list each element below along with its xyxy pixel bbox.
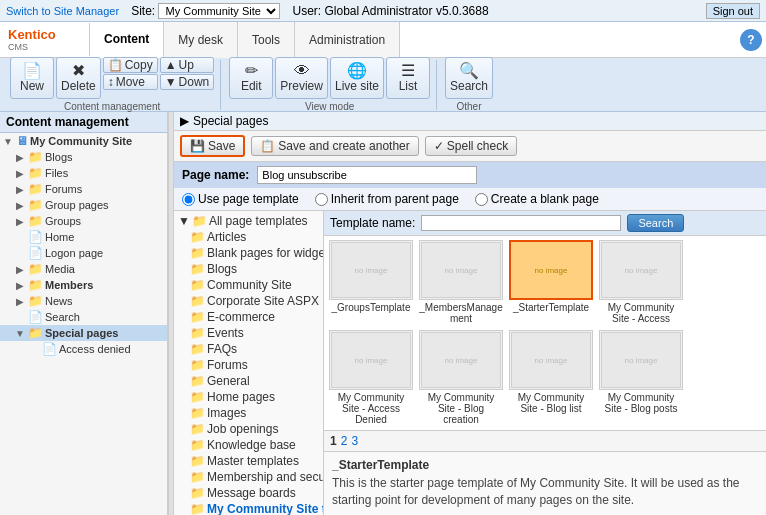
use-template-option[interactable]: Use page template	[182, 192, 299, 206]
tmpl-tree-knowledge-base[interactable]: 📁 Knowledge base	[176, 437, 321, 453]
tree-toggle-group-pages[interactable]: ▶	[14, 199, 26, 211]
template-thumb-blog-creation[interactable]: no image My Community Site - Blog creati…	[418, 330, 504, 425]
tmpl-tree-membership[interactable]: 📁 Membership and security	[176, 469, 321, 485]
tmpl-toggle-all: ▼	[178, 214, 190, 228]
spell-check-button[interactable]: ✓ Spell check	[425, 136, 517, 156]
tree-toggle-forums[interactable]: ▶	[14, 183, 26, 195]
save-create-icon: 📋	[260, 139, 275, 153]
help-button[interactable]: ?	[740, 29, 762, 51]
sidebar-item-search[interactable]: 📄 Search	[0, 309, 167, 325]
tmpl-label-job-openings: Job openings	[207, 422, 278, 436]
page-link-2[interactable]: 2	[341, 434, 348, 448]
edit-toolbar: 💾 Save 📋 Save and create another ✓ Spell…	[174, 131, 766, 162]
sidebar-item-logon-page[interactable]: 📄 Logon page	[0, 245, 167, 261]
sidebar-item-news[interactable]: ▶ 📁 News	[0, 293, 167, 309]
delete-icon: ✖	[72, 63, 85, 79]
tree-toggle-members[interactable]: ▶	[14, 279, 26, 291]
sign-out-button[interactable]: Sign out	[706, 3, 760, 19]
page-link-3[interactable]: 3	[351, 434, 358, 448]
template-thumb-access[interactable]: no image My Community Site - Access	[598, 240, 684, 324]
tmpl-tree-faqs[interactable]: 📁 FAQs	[176, 341, 321, 357]
delete-button[interactable]: ✖ Delete	[56, 57, 101, 99]
move-button[interactable]: ↕ Move	[103, 74, 158, 90]
page-link-1[interactable]: 1	[330, 434, 337, 448]
tree-toggle-special-pages[interactable]: ▼	[14, 327, 26, 339]
tmpl-tree-ecommerce[interactable]: 📁 E-commerce	[176, 309, 321, 325]
sidebar-item-groups[interactable]: ▶ 📁 Groups	[0, 213, 167, 229]
tree-toggle-groups[interactable]: ▶	[14, 215, 26, 227]
sidebar-item-members[interactable]: ▶ 📁 Members	[0, 277, 167, 293]
breadcrumb-item-special-pages[interactable]: Special pages	[193, 114, 268, 128]
blank-radio[interactable]	[475, 193, 488, 206]
sidebar-item-my-community-site[interactable]: ▼ 🖥 My Community Site	[0, 133, 167, 149]
up-button[interactable]: ▲ Up	[160, 57, 215, 73]
tmpl-tree-general[interactable]: 📁 General	[176, 373, 321, 389]
template-search-input[interactable]	[421, 215, 621, 231]
nav-tab-tools[interactable]: Tools	[238, 22, 295, 58]
main-toolbar: 📄 New ✖ Delete 📋 Copy ↕ Move ▲	[0, 58, 766, 112]
toolbar-section-label-other: Other	[457, 101, 482, 112]
toolbar-section-content-management: 📄 New ✖ Delete 📋 Copy ↕ Move ▲	[4, 60, 221, 110]
tree-toggle[interactable]: ▶	[14, 151, 26, 163]
save-button[interactable]: 💾 Save	[180, 135, 245, 157]
template-thumb-groups[interactable]: no image _GroupsTemplate	[328, 240, 414, 324]
sidebar-item-group-pages[interactable]: ▶ 📁 Group pages	[0, 197, 167, 213]
nav-tab-administration[interactable]: Administration	[295, 22, 400, 58]
live-site-button[interactable]: 🌐 Live site	[330, 57, 384, 99]
tmpl-tree-community-site[interactable]: 📁 Community Site	[176, 277, 321, 293]
tmpl-tree-message-boards[interactable]: 📁 Message boards	[176, 485, 321, 501]
template-row-1: no image _GroupsTemplate no image _Membe…	[328, 240, 762, 324]
save-and-create-button[interactable]: 📋 Save and create another	[251, 136, 418, 156]
sidebar-item-blogs[interactable]: ▶ 📁 Blogs	[0, 149, 167, 165]
sidebar-item-access-denied[interactable]: 📄 Access denied	[0, 341, 167, 357]
use-template-radio[interactable]	[182, 193, 195, 206]
inherit-option[interactable]: Inherit from parent page	[315, 192, 459, 206]
tmpl-tree-mycommsite[interactable]: 📁 My Community Site templates	[176, 501, 321, 515]
template-thumb-blog-list[interactable]: no image My Community Site - Blog list	[508, 330, 594, 425]
template-search-button[interactable]: Search	[627, 214, 684, 232]
inherit-radio[interactable]	[315, 193, 328, 206]
template-thumb-blog-posts[interactable]: no image My Community Site - Blog posts	[598, 330, 684, 425]
tmpl-tree-all-templates[interactable]: ▼ 📁 All page templates	[176, 213, 321, 229]
tmpl-tree-homepages[interactable]: 📁 Home pages	[176, 389, 321, 405]
edit-button[interactable]: ✏ Edit	[229, 57, 273, 99]
tmpl-tree-forums[interactable]: 📁 Forums	[176, 357, 321, 373]
tmpl-tree-blank[interactable]: 📁 Blank pages for widgets	[176, 245, 321, 261]
list-button[interactable]: ☰ List	[386, 57, 430, 99]
copy-button[interactable]: 📋 Copy	[103, 57, 158, 73]
search-toolbar-button[interactable]: 🔍 Search	[445, 57, 493, 99]
tmpl-tree-corporate[interactable]: 📁 Corporate Site ASPX	[176, 293, 321, 309]
site-select[interactable]: My Community Site	[158, 3, 280, 19]
tmpl-tree-articles[interactable]: 📁 Articles	[176, 229, 321, 245]
sidebar-item-media[interactable]: ▶ 📁 Media	[0, 261, 167, 277]
tmpl-tree-job-openings[interactable]: 📁 Job openings	[176, 421, 321, 437]
switch-to-site-manager-link[interactable]: Switch to Site Manager	[6, 5, 119, 17]
nav-tab-mydesk[interactable]: My desk	[164, 22, 238, 58]
template-tabs: Use page template Inherit from parent pa…	[174, 188, 766, 211]
tmpl-tree-blogs[interactable]: 📁 Blogs	[176, 261, 321, 277]
sidebar-item-special-pages[interactable]: ▼ 📁 Special pages	[0, 325, 167, 341]
sidebar-item-forums[interactable]: ▶ 📁 Forums	[0, 181, 167, 197]
preview-button[interactable]: 👁 Preview	[275, 57, 328, 99]
template-thumb-access-denied[interactable]: no image My Community Site - Access Deni…	[328, 330, 414, 425]
sidebar-item-files[interactable]: ▶ 📁 Files	[0, 165, 167, 181]
tmpl-tree-master[interactable]: 📁 Master templates	[176, 453, 321, 469]
template-thumb-starter[interactable]: no image _StarterTemplate	[508, 240, 594, 324]
template-thumb-members[interactable]: no image _MembersManagement	[418, 240, 504, 324]
tmpl-tree-images[interactable]: 📁 Images	[176, 405, 321, 421]
main-layout: Content management ▼ 🖥 My Community Site…	[0, 112, 766, 515]
tree-toggle[interactable]: ▼	[2, 135, 14, 147]
tmpl-label-knowledge-base: Knowledge base	[207, 438, 296, 452]
down-button[interactable]: ▼ Down	[160, 74, 215, 90]
blank-option[interactable]: Create a blank page	[475, 192, 599, 206]
sidebar-item-home[interactable]: 📄 Home	[0, 229, 167, 245]
new-button[interactable]: 📄 New	[10, 57, 54, 99]
tree-toggle-news[interactable]: ▶	[14, 295, 26, 307]
tree-toggle-files[interactable]: ▶	[14, 167, 26, 179]
tree-toggle-media[interactable]: ▶	[14, 263, 26, 275]
nav-tab-content[interactable]: Content	[90, 22, 164, 58]
description-area: _StarterTemplate This is the starter pag…	[324, 451, 766, 515]
template-search-bar: Template name: Search	[324, 211, 766, 236]
page-name-input[interactable]	[257, 166, 477, 184]
tmpl-tree-events[interactable]: 📁 Events	[176, 325, 321, 341]
